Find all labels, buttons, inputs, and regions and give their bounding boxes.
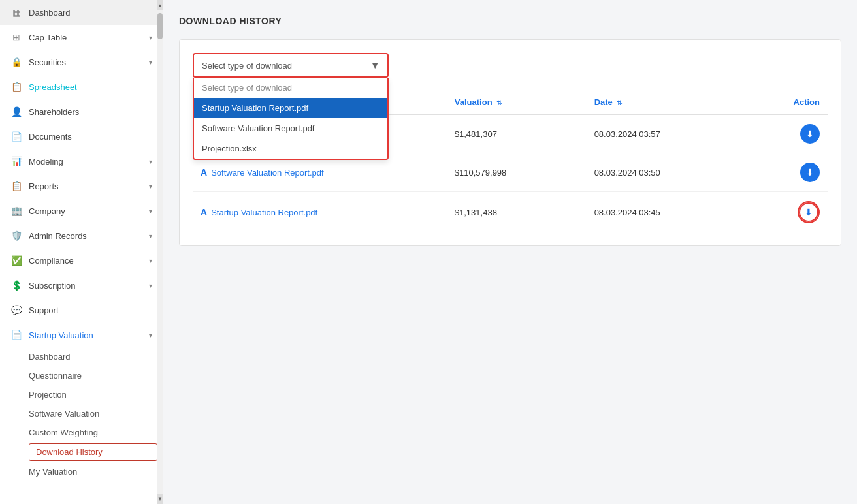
download-icon-0: ⬇ <box>806 129 814 139</box>
dropdown-menu: Select type of downloadStartup Valuation… <box>193 78 389 160</box>
sidebar-item-dashboard[interactable]: ▦ Dashboard <box>0 0 163 25</box>
download-btn-0[interactable]: ⬇ <box>800 124 820 144</box>
sidebar-sub-item-sv-download-history[interactable]: Download History <box>29 443 157 461</box>
col-header-action: Action <box>764 91 828 114</box>
securities-icon: 🔒 <box>10 56 22 68</box>
sidebar-item-shareholders[interactable]: 👤 Shareholders <box>0 99 163 124</box>
main-card: Select type of download ▼ Select type of… <box>179 39 841 246</box>
sidebar-item-modeling[interactable]: 📊 Modeling ▾ <box>0 149 163 174</box>
sidebar-sub-item-sv-questionnaire[interactable]: Questionnaire <box>29 366 163 385</box>
sidebar-scroll: ▦ Dashboard ⊞ Cap Table ▾ 🔒 Securities ▾… <box>0 0 163 504</box>
download-btn-wrapper-1: ⬇ <box>772 163 820 182</box>
table-row: A Startup Valuation Report.pdf $1,131,43… <box>193 192 828 233</box>
dropdown-option-projection[interactable]: Projection.xlsx <box>194 138 387 159</box>
content-area: DOWNLOAD HISTORY Select type of download… <box>163 0 857 504</box>
sidebar-scrollbar-track: ▲ ▼ <box>157 0 163 504</box>
sidebar-label-company: Company <box>29 206 142 216</box>
download-btn-wrapper-0: ⬇ <box>772 124 820 144</box>
cell-valuation-1: $110,579,998 <box>447 153 587 192</box>
chevron-icon-subscription: ▾ <box>149 282 152 289</box>
dropdown-option-software-valuation[interactable]: Software Valuation Report.pdf <box>194 118 387 138</box>
reports-icon: 📋 <box>10 180 22 192</box>
download-icon-2: ⬇ <box>805 207 813 217</box>
company-icon: 🏢 <box>10 205 22 217</box>
cell-action-0: ⬇ <box>764 114 828 153</box>
sidebar-label-securities: Securities <box>29 57 142 67</box>
shareholders-icon: 👤 <box>10 106 22 118</box>
download-btn-wrapper-2: ⬇ <box>798 201 820 223</box>
cell-name-2: A Startup Valuation Report.pdf <box>193 192 447 233</box>
dropdown-option-startup-valuation[interactable]: Startup Valuation Report.pdf <box>194 98 387 118</box>
chevron-icon-startup-valuation: ▾ <box>149 332 152 339</box>
startup-valuation-submenu: DashboardQuestionnaireProjectionSoftware… <box>0 347 163 481</box>
admin-records-icon: 🛡️ <box>10 230 22 242</box>
sidebar-item-company[interactable]: 🏢 Company ▾ <box>0 198 163 223</box>
documents-icon: 📄 <box>10 131 22 142</box>
file-link-2[interactable]: A Startup Valuation Report.pdf <box>201 207 439 217</box>
col-header-date[interactable]: Date ⇅ <box>587 91 764 114</box>
sidebar-item-subscription[interactable]: 💲 Subscription ▾ <box>0 273 163 298</box>
col-header-valuation[interactable]: Valuation ⇅ <box>447 91 587 114</box>
cell-date-2: 08.03.2024 03:45 <box>587 192 764 233</box>
cell-date-1: 08.03.2024 03:50 <box>587 153 764 192</box>
startup-valuation-icon: 📄 <box>10 329 22 341</box>
sidebar-sub-item-sv-software-valuation[interactable]: Software Valuation <box>29 404 163 423</box>
cell-valuation-0: $1,481,307 <box>447 114 587 153</box>
main-content: DOWNLOAD HISTORY Select type of download… <box>163 0 857 504</box>
sidebar-item-spreadsheet[interactable]: 📋 Spreadsheet <box>0 74 163 99</box>
spreadsheet-icon: 📋 <box>10 81 22 93</box>
sidebar-sub-item-sv-dashboard[interactable]: Dashboard <box>29 347 163 366</box>
chevron-icon-modeling: ▾ <box>149 158 152 165</box>
page-title: DOWNLOAD HISTORY <box>179 16 841 26</box>
sidebar-item-support[interactable]: 💬 Support <box>0 298 163 323</box>
sidebar-label-support: Support <box>29 306 152 315</box>
sidebar-item-documents[interactable]: 📄 Documents <box>0 124 163 149</box>
sidebar-item-startup-valuation[interactable]: 📄 Startup Valuation ▾ <box>0 323 163 347</box>
sidebar-item-reports[interactable]: 📋 Reports ▾ <box>0 174 163 198</box>
compliance-icon: ✅ <box>10 255 22 266</box>
scroll-arrow-up[interactable]: ▲ <box>157 0 163 10</box>
download-type-dropdown-btn[interactable]: Select type of download ▼ <box>193 53 389 78</box>
sidebar: ▦ Dashboard ⊞ Cap Table ▾ 🔒 Securities ▾… <box>0 0 163 504</box>
sidebar-sub-item-sv-custom-weighting[interactable]: Custom Weighting <box>29 423 163 442</box>
chevron-icon-admin-records: ▾ <box>149 232 152 240</box>
date-sort-icon: ⇅ <box>617 99 622 106</box>
support-icon: 💬 <box>10 304 22 316</box>
sidebar-label-spreadsheet: Spreadsheet <box>29 82 152 92</box>
file-name-1: Software Valuation Report.pdf <box>211 168 323 178</box>
cap-table-icon: ⊞ <box>10 31 22 43</box>
valuation-sort-icon: ⇅ <box>496 99 502 106</box>
sidebar-item-cap-table[interactable]: ⊞ Cap Table ▾ <box>0 25 163 50</box>
sidebar-label-admin-records: Admin Records <box>29 231 142 241</box>
cell-date-0: 08.03.2024 03:57 <box>587 114 764 153</box>
download-btn-1[interactable]: ⬇ <box>800 163 820 182</box>
sidebar-item-securities[interactable]: 🔒 Securities ▾ <box>0 50 163 74</box>
chevron-icon-compliance: ▾ <box>149 257 152 264</box>
download-type-dropdown-container: Select type of download ▼ Select type of… <box>193 53 389 78</box>
scroll-thumb[interactable] <box>157 13 163 39</box>
sidebar-label-startup-valuation: Startup Valuation <box>29 330 142 340</box>
download-icon-1: ⬇ <box>806 167 814 178</box>
sidebar-sub-item-sv-projection[interactable]: Projection <box>29 385 163 404</box>
file-type-icon-1: A <box>201 167 207 178</box>
chevron-icon-securities: ▾ <box>149 59 152 66</box>
dropdown-option-placeholder[interactable]: Select type of download <box>194 78 387 98</box>
sidebar-label-modeling: Modeling <box>29 157 142 166</box>
sidebar-item-compliance[interactable]: ✅ Compliance ▾ <box>0 248 163 273</box>
sidebar-label-reports: Reports <box>29 181 142 191</box>
sidebar-label-dashboard: Dashboard <box>29 8 152 18</box>
cell-action-2: ⬇ <box>764 192 828 233</box>
file-type-icon-2: A <box>201 207 207 217</box>
sidebar-item-admin-records[interactable]: 🛡️ Admin Records ▾ <box>0 223 163 248</box>
sidebar-label-shareholders: Shareholders <box>29 107 152 117</box>
cell-valuation-2: $1,131,438 <box>447 192 587 233</box>
sidebar-label-documents: Documents <box>29 132 152 142</box>
scroll-arrow-down[interactable]: ▼ <box>157 494 163 504</box>
file-link-1[interactable]: A Software Valuation Report.pdf <box>201 167 439 178</box>
cell-action-1: ⬇ <box>764 153 828 192</box>
chevron-icon-cap-table: ▾ <box>149 34 152 41</box>
download-btn-2[interactable]: ⬇ <box>799 202 818 222</box>
sidebar-label-cap-table: Cap Table <box>29 33 142 42</box>
sidebar-sub-item-sv-my-valuation[interactable]: My Valuation <box>29 462 163 481</box>
chevron-down-icon: ▼ <box>370 60 380 71</box>
